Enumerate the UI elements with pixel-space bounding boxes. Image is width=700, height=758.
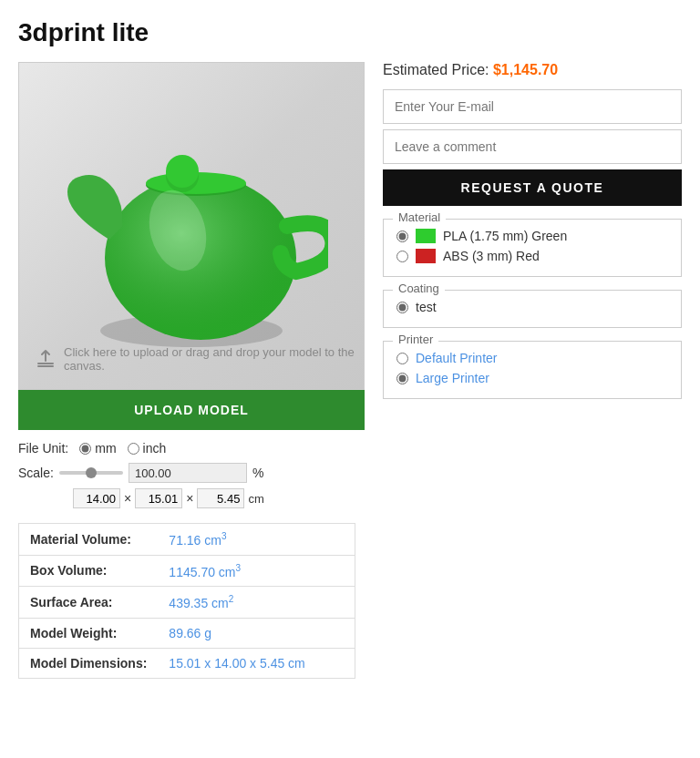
scale-row: Scale: 100.00 % (18, 463, 365, 483)
coating-test-radio[interactable] (396, 302, 408, 313)
table-row: Surface Area: 439.35 cm2 (19, 587, 355, 619)
stat-value-1: 1145.70 cm3 (158, 555, 355, 587)
table-row: Box Volume: 1145.70 cm3 (19, 555, 355, 587)
stat-value-4: 15.01 x 14.00 x 5.45 cm (158, 648, 355, 678)
file-unit-row: File Unit: mm inch (18, 441, 365, 456)
coating-legend: Coating (393, 282, 445, 295)
email-input[interactable] (383, 89, 682, 124)
dims-unit: cm (248, 492, 263, 506)
svg-rect-8 (37, 363, 54, 364)
dim-x-input[interactable] (73, 488, 120, 508)
printer-large-label: Large Printer (416, 371, 489, 385)
table-row: Model Dimensions: 15.01 x 14.00 x 5.45 c… (19, 648, 355, 678)
material-option-pla[interactable]: PLA (1.75 mm) Green (396, 229, 668, 243)
scale-slider-track[interactable] (59, 471, 123, 475)
material-abs-label: ABS (3 mm) Red (443, 249, 540, 263)
printer-option-default[interactable]: Default Printer (396, 351, 668, 365)
file-unit-inch-option[interactable]: inch (128, 441, 167, 456)
request-quote-button[interactable]: REQUEST A QUOTE (383, 169, 682, 206)
estimated-price-value: $1,145.70 (493, 62, 558, 77)
printer-large-radio[interactable] (396, 373, 408, 384)
table-row: Model Weight: 89.66 g (19, 618, 355, 648)
app-title: 3dprint lite (18, 18, 682, 47)
material-pla-radio[interactable] (396, 230, 408, 242)
material-abs-radio[interactable] (396, 251, 408, 262)
coating-test-label: test (416, 300, 437, 314)
dim-x-separator: × (124, 491, 131, 506)
stat-label-2: Surface Area: (19, 587, 159, 619)
model-canvas[interactable]: Click here to upload or drag and drop yo… (18, 62, 365, 390)
estimated-price-label: Estimated Price: (383, 62, 489, 77)
file-unit-inch-radio[interactable] (128, 443, 139, 455)
abs-color-swatch (416, 249, 436, 263)
stat-label-0: Material Volume: (19, 524, 159, 556)
pla-color-swatch (416, 229, 436, 243)
svg-point-6 (166, 155, 199, 188)
table-row: Material Volume: 71.16 cm3 (19, 524, 355, 556)
file-unit-label: File Unit: (18, 441, 68, 456)
scale-input-box: 100.00 (129, 463, 247, 483)
printer-fieldset: Printer Default Printer Large Printer (383, 341, 682, 399)
coating-option-test[interactable]: test (396, 300, 668, 314)
material-legend: Material (393, 210, 446, 224)
stats-table: Material Volume: 71.16 cm3 Box Volume: 1… (18, 523, 355, 679)
printer-option-large[interactable]: Large Printer (396, 371, 668, 385)
dims-row: × × cm (73, 488, 365, 508)
dim-y-separator: × (186, 491, 193, 506)
material-pla-label: PLA (1.75 mm) Green (443, 229, 567, 243)
printer-default-label: Default Printer (416, 351, 497, 365)
stat-value-0: 71.16 cm3 (158, 524, 355, 556)
dim-y-input[interactable] (135, 488, 182, 508)
left-panel: Click here to upload or drag and drop yo… (18, 62, 365, 679)
stat-label-1: Box Volume: (19, 555, 159, 587)
file-unit-mm-radio[interactable] (79, 443, 91, 455)
svg-rect-9 (37, 365, 54, 367)
file-unit-mm-option[interactable]: mm (79, 441, 116, 456)
file-unit-inch-label: inch (143, 441, 167, 456)
scale-slider-thumb[interactable] (86, 467, 97, 478)
upload-icon (34, 346, 57, 372)
file-unit-mm-label: mm (95, 441, 116, 456)
coating-fieldset: Coating test (383, 290, 682, 328)
material-fieldset: Material PLA (1.75 mm) Green ABS (3 mm) … (383, 219, 682, 277)
printer-default-radio[interactable] (396, 353, 408, 364)
upload-model-button[interactable]: UPLOAD MODEL (18, 390, 365, 430)
estimated-price-row: Estimated Price: $1,145.70 (383, 62, 682, 78)
upload-hint: Click here to upload or drag and drop yo… (34, 345, 364, 373)
scale-label: Scale: (18, 466, 54, 480)
stat-value-2: 439.35 cm2 (158, 587, 355, 619)
right-panel: Estimated Price: $1,145.70 REQUEST A QUO… (383, 62, 682, 412)
scale-percent: % (252, 466, 263, 480)
dim-z-input[interactable] (197, 488, 244, 508)
comment-input[interactable] (383, 129, 682, 164)
material-option-abs[interactable]: ABS (3 mm) Red (396, 249, 668, 263)
upload-hint-text: Click here to upload or drag and drop yo… (64, 345, 364, 373)
model-preview (55, 89, 328, 363)
stat-value-3: 89.66 g (158, 618, 355, 648)
scale-value: 100.00 (135, 466, 171, 480)
stat-label-4: Model Dimensions: (19, 648, 159, 678)
stat-label-3: Model Weight: (19, 618, 159, 648)
printer-legend: Printer (393, 333, 438, 346)
